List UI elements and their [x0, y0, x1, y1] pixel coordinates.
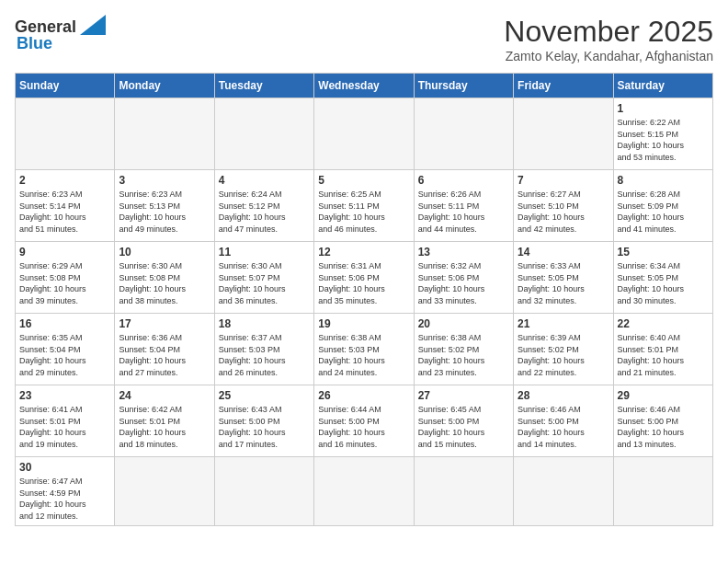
day-info: Sunrise: 6:28 AM Sunset: 5:09 PM Dayligh… — [618, 189, 709, 235]
day-info: Sunrise: 6:23 AM Sunset: 5:13 PM Dayligh… — [119, 189, 210, 235]
svg-marker-0 — [80, 15, 106, 35]
day-info: Sunrise: 6:38 AM Sunset: 5:03 PM Dayligh… — [318, 332, 409, 378]
calendar-week-6: 30Sunrise: 6:47 AM Sunset: 4:59 PM Dayli… — [16, 457, 713, 526]
calendar-cell: 22Sunrise: 6:40 AM Sunset: 5:01 PM Dayli… — [613, 314, 712, 385]
day-number: 5 — [318, 174, 409, 187]
calendar-cell: 28Sunrise: 6:46 AM Sunset: 5:00 PM Dayli… — [514, 385, 613, 457]
calendar-cell — [214, 98, 313, 170]
day-number: 10 — [119, 246, 210, 259]
day-number: 21 — [518, 317, 609, 330]
day-number: 22 — [618, 317, 709, 330]
day-info: Sunrise: 6:44 AM Sunset: 5:00 PM Dayligh… — [318, 404, 409, 450]
calendar-cell: 30Sunrise: 6:47 AM Sunset: 4:59 PM Dayli… — [16, 457, 115, 526]
calendar-cell: 9Sunrise: 6:29 AM Sunset: 5:08 PM Daylig… — [16, 242, 115, 314]
calendar-week-4: 16Sunrise: 6:35 AM Sunset: 5:04 PM Dayli… — [16, 314, 713, 385]
day-number: 29 — [618, 389, 709, 402]
day-info: Sunrise: 6:31 AM Sunset: 5:06 PM Dayligh… — [318, 260, 409, 306]
day-info: Sunrise: 6:43 AM Sunset: 5:00 PM Dayligh… — [219, 404, 310, 450]
weekday-header-friday: Friday — [514, 74, 613, 98]
day-number: 9 — [19, 246, 110, 259]
calendar-cell: 23Sunrise: 6:41 AM Sunset: 5:01 PM Dayli… — [16, 385, 115, 457]
day-number: 14 — [518, 246, 609, 259]
calendar-cell — [414, 457, 513, 526]
calendar-cell: 20Sunrise: 6:38 AM Sunset: 5:02 PM Dayli… — [414, 314, 513, 385]
day-number: 12 — [318, 246, 409, 259]
calendar-cell: 3Sunrise: 6:23 AM Sunset: 5:13 PM Daylig… — [115, 170, 214, 242]
calendar-cell: 12Sunrise: 6:31 AM Sunset: 5:06 PM Dayli… — [314, 242, 414, 314]
calendar-cell: 18Sunrise: 6:37 AM Sunset: 5:03 PM Dayli… — [214, 314, 313, 385]
day-info: Sunrise: 6:34 AM Sunset: 5:05 PM Dayligh… — [618, 260, 709, 306]
day-number: 19 — [318, 317, 409, 330]
day-info: Sunrise: 6:24 AM Sunset: 5:12 PM Dayligh… — [219, 189, 310, 235]
day-number: 24 — [119, 389, 210, 402]
day-info: Sunrise: 6:25 AM Sunset: 5:11 PM Dayligh… — [318, 189, 409, 235]
day-number: 16 — [19, 317, 110, 330]
calendar-cell: 16Sunrise: 6:35 AM Sunset: 5:04 PM Dayli… — [16, 314, 115, 385]
day-info: Sunrise: 6:37 AM Sunset: 5:03 PM Dayligh… — [219, 332, 310, 378]
calendar-header-row: SundayMondayTuesdayWednesdayThursdayFrid… — [16, 74, 713, 98]
day-info: Sunrise: 6:32 AM Sunset: 5:06 PM Dayligh… — [418, 260, 509, 306]
day-number: 2 — [19, 174, 110, 187]
calendar-cell: 7Sunrise: 6:27 AM Sunset: 5:10 PM Daylig… — [514, 170, 613, 242]
calendar-cell — [214, 457, 313, 526]
title-area: November 2025 Zamto Kelay, Kandahar, Afg… — [504, 15, 713, 63]
day-number: 30 — [19, 461, 110, 474]
day-info: Sunrise: 6:41 AM Sunset: 5:01 PM Dayligh… — [19, 404, 110, 450]
calendar-cell: 10Sunrise: 6:30 AM Sunset: 5:08 PM Dayli… — [115, 242, 214, 314]
weekday-header-sunday: Sunday — [16, 74, 115, 98]
day-info: Sunrise: 6:33 AM Sunset: 5:05 PM Dayligh… — [518, 260, 609, 306]
day-info: Sunrise: 6:26 AM Sunset: 5:11 PM Dayligh… — [418, 189, 509, 235]
calendar-cell: 13Sunrise: 6:32 AM Sunset: 5:06 PM Dayli… — [414, 242, 513, 314]
day-number: 11 — [219, 246, 310, 259]
calendar-cell: 21Sunrise: 6:39 AM Sunset: 5:02 PM Dayli… — [514, 314, 613, 385]
day-info: Sunrise: 6:22 AM Sunset: 5:15 PM Dayligh… — [618, 117, 709, 163]
day-number: 18 — [219, 317, 310, 330]
day-info: Sunrise: 6:45 AM Sunset: 5:00 PM Dayligh… — [418, 404, 509, 450]
month-year-title: November 2025 — [504, 15, 713, 49]
calendar-cell: 29Sunrise: 6:46 AM Sunset: 5:00 PM Dayli… — [613, 385, 712, 457]
day-number: 4 — [219, 174, 310, 187]
weekday-header-wednesday: Wednesday — [314, 74, 414, 98]
day-info: Sunrise: 6:46 AM Sunset: 5:00 PM Dayligh… — [518, 404, 609, 450]
weekday-header-tuesday: Tuesday — [214, 74, 313, 98]
calendar-cell: 6Sunrise: 6:26 AM Sunset: 5:11 PM Daylig… — [414, 170, 513, 242]
day-number: 6 — [418, 174, 509, 187]
calendar-cell: 4Sunrise: 6:24 AM Sunset: 5:12 PM Daylig… — [214, 170, 313, 242]
calendar-cell — [613, 457, 712, 526]
calendar-cell: 26Sunrise: 6:44 AM Sunset: 5:00 PM Dayli… — [314, 385, 414, 457]
calendar-week-5: 23Sunrise: 6:41 AM Sunset: 5:01 PM Dayli… — [16, 385, 713, 457]
day-number: 23 — [19, 389, 110, 402]
calendar-cell: 27Sunrise: 6:45 AM Sunset: 5:00 PM Dayli… — [414, 385, 513, 457]
day-info: Sunrise: 6:38 AM Sunset: 5:02 PM Dayligh… — [418, 332, 509, 378]
day-number: 17 — [119, 317, 210, 330]
day-number: 20 — [418, 317, 509, 330]
calendar-cell — [514, 457, 613, 526]
calendar-cell — [314, 457, 414, 526]
calendar-cell: 1Sunrise: 6:22 AM Sunset: 5:15 PM Daylig… — [613, 98, 712, 170]
weekday-header-thursday: Thursday — [414, 74, 513, 98]
location-subtitle: Zamto Kelay, Kandahar, Afghanistan — [504, 49, 713, 63]
calendar-week-2: 2Sunrise: 6:23 AM Sunset: 5:14 PM Daylig… — [16, 170, 713, 242]
day-number: 3 — [119, 174, 210, 187]
day-info: Sunrise: 6:46 AM Sunset: 5:00 PM Dayligh… — [618, 404, 709, 450]
day-info: Sunrise: 6:40 AM Sunset: 5:01 PM Dayligh… — [618, 332, 709, 378]
day-number: 25 — [219, 389, 310, 402]
day-number: 13 — [418, 246, 509, 259]
calendar-cell — [414, 98, 513, 170]
day-info: Sunrise: 6:29 AM Sunset: 5:08 PM Dayligh… — [19, 260, 110, 306]
calendar-cell: 14Sunrise: 6:33 AM Sunset: 5:05 PM Dayli… — [514, 242, 613, 314]
day-number: 1 — [618, 102, 709, 115]
day-info: Sunrise: 6:30 AM Sunset: 5:07 PM Dayligh… — [219, 260, 310, 306]
logo-general: General — [15, 18, 76, 35]
weekday-header-monday: Monday — [115, 74, 214, 98]
day-info: Sunrise: 6:36 AM Sunset: 5:04 PM Dayligh… — [119, 332, 210, 378]
day-info: Sunrise: 6:27 AM Sunset: 5:10 PM Dayligh… — [518, 189, 609, 235]
calendar-cell: 19Sunrise: 6:38 AM Sunset: 5:03 PM Dayli… — [314, 314, 414, 385]
calendar-cell: 8Sunrise: 6:28 AM Sunset: 5:09 PM Daylig… — [613, 170, 712, 242]
day-info: Sunrise: 6:30 AM Sunset: 5:08 PM Dayligh… — [119, 260, 210, 306]
day-number: 7 — [518, 174, 609, 187]
calendar-cell: 25Sunrise: 6:43 AM Sunset: 5:00 PM Dayli… — [214, 385, 313, 457]
day-info: Sunrise: 6:39 AM Sunset: 5:02 PM Dayligh… — [518, 332, 609, 378]
day-number: 8 — [618, 174, 709, 187]
calendar-cell — [314, 98, 414, 170]
